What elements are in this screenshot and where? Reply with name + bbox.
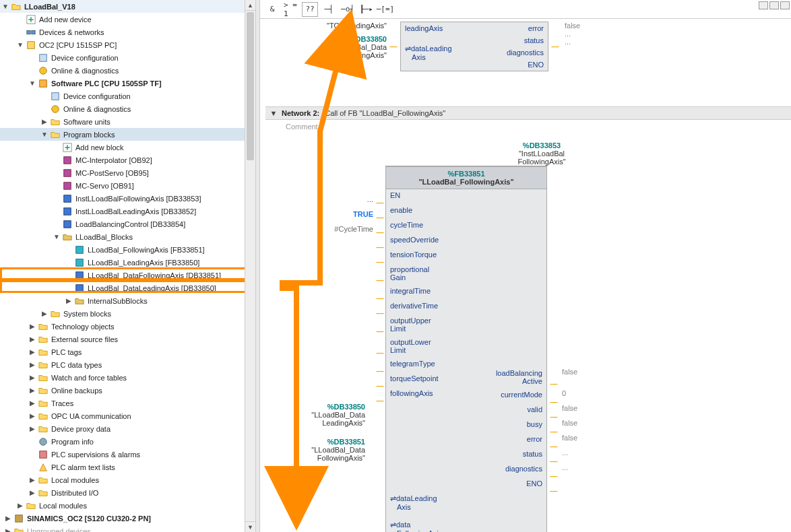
expand-icon[interactable]	[65, 259, 73, 267]
input-value[interactable]	[286, 240, 373, 255]
input-value[interactable]: #CycleTime	[286, 225, 373, 240]
tree-item[interactable]: ▼LLoadBal_Blocks	[0, 230, 255, 243]
tree-item[interactable]: MC-PostServo [OB95]	[0, 166, 255, 179]
port-proportional[interactable]: proportionalGain	[386, 263, 466, 285]
input-value[interactable]	[286, 378, 373, 393]
tree-item[interactable]: Devices & networks	[0, 26, 255, 38]
tree-item[interactable]: ▶InternalSubBlocks	[0, 294, 255, 307]
input-value[interactable]: TRUE	[286, 210, 373, 225]
tree-item[interactable]: ▶Device proxy data	[0, 422, 255, 435]
tb-gte1[interactable]: > = 1	[283, 2, 299, 17]
port-ENO[interactable]: ENO	[474, 59, 548, 71]
tree-item[interactable]: ▶System blocks	[0, 307, 255, 320]
tree-item[interactable]: ▶Technology objects	[0, 320, 255, 333]
tree-item[interactable]: Online & diagnostics	[0, 64, 255, 77]
port-outputLower[interactable]: outputLowerLimit	[386, 336, 466, 358]
tb-and[interactable]: &	[264, 2, 280, 17]
tree-item[interactable]: Device configuration	[0, 90, 255, 102]
tree-item[interactable]: Device configuration	[0, 51, 255, 64]
port-busy[interactable]: busy	[466, 418, 546, 433]
tree-scrollbar-thumb[interactable]	[247, 12, 254, 160]
fb-box-following-axis[interactable]: %FB33851 "LLoadBal_FollowingAxis" ENenab…	[385, 166, 547, 532]
expand-icon[interactable]: ▶	[28, 399, 36, 407]
tree-item[interactable]: PLC alarm text lists	[0, 461, 255, 473]
port-speedOverride[interactable]: speedOverride	[386, 234, 466, 248]
tb-coil[interactable]: ┠─▸	[358, 2, 375, 17]
expand-icon[interactable]	[28, 67, 36, 75]
tb-nc-contact[interactable]: ─o┤	[340, 2, 356, 17]
expand-icon[interactable]	[53, 220, 61, 228]
tree-item[interactable]: ▶Online backups	[0, 384, 255, 397]
expand-icon[interactable]: ▶	[28, 348, 36, 356]
input-value[interactable]	[286, 291, 373, 306]
expand-icon[interactable]: ▶	[40, 118, 49, 126]
tree-item[interactable]: LLoadBal_DataFollowingAxis [DB33851]	[0, 269, 255, 281]
expand-icon[interactable]	[40, 92, 49, 100]
expand-icon[interactable]: ▼	[16, 41, 24, 49]
input-value[interactable]: ...	[286, 195, 373, 210]
tree-item[interactable]: LLoadBal_LeadingAxis [FB33850]	[0, 256, 255, 269]
tree-item[interactable]: Add new block	[0, 141, 255, 154]
tree-item[interactable]: ▶External source files	[0, 333, 255, 345]
port-derivativeTime[interactable]: derivativeTime	[386, 300, 466, 314]
tree-item[interactable]: ▼Software PLC [CPU 1505SP TF]	[0, 77, 255, 90]
port-diagnostics[interactable]: diagnostics	[474, 46, 548, 59]
tree-item[interactable]: LLoadBal_FollowingAxis [FB33851]	[0, 243, 255, 256]
expand-icon[interactable]	[28, 451, 36, 459]
window-button[interactable]	[759, 1, 768, 9]
expand-icon[interactable]: ▶	[16, 502, 24, 510]
tree-item[interactable]: ▶Local modules	[0, 499, 255, 512]
port-status[interactable]: status	[474, 34, 548, 46]
expand-icon[interactable]	[53, 207, 61, 215]
port-dataFollowingAxis[interactable]: ⇌dataFollowingAxis	[386, 519, 466, 532]
network-collapse-icon[interactable]: ▼	[265, 109, 282, 117]
port-integralTime[interactable]: integralTime	[386, 285, 466, 300]
port-outputUpper[interactable]: outputUpperLimit	[386, 314, 466, 336]
port-cycleTime[interactable]: cycleTime	[386, 219, 466, 234]
port-error[interactable]: error	[474, 22, 548, 34]
tree-item[interactable]: ▶PLC data types	[0, 358, 255, 371]
tree-item[interactable]: ▶PLC tags	[0, 345, 255, 358]
expand-icon[interactable]: ▶	[4, 527, 12, 533]
input-value[interactable]	[286, 306, 373, 321]
tree-item[interactable]: ▶Local modules	[0, 473, 255, 486]
expand-icon[interactable]	[65, 284, 73, 292]
expand-icon[interactable]: ▶	[28, 323, 36, 331]
expand-icon[interactable]	[53, 195, 61, 203]
expand-icon[interactable]: ▶	[28, 412, 36, 420]
port-torqueSetpoint[interactable]: torqueSetpoint	[386, 372, 466, 387]
expand-icon[interactable]	[28, 438, 36, 446]
port-ENO[interactable]: ENO	[466, 477, 546, 492]
window-button[interactable]	[780, 1, 790, 9]
port-loadBalancing[interactable]: loadBalancingActive	[466, 367, 546, 389]
tree-item[interactable]: Add new device	[0, 13, 255, 26]
expand-icon[interactable]: ▶	[28, 425, 36, 433]
tb-no-contact[interactable]: ─┤	[321, 2, 337, 17]
tree-item[interactable]: InstLLoadBalLeadingAxis [DB33852]	[0, 205, 255, 218]
tree-item[interactable]: ▶Software units	[0, 115, 255, 128]
expand-icon[interactable]	[53, 169, 61, 177]
expand-icon[interactable]: ▶	[4, 514, 12, 523]
expand-icon[interactable]: ▶	[28, 335, 36, 343]
splitter[interactable]	[256, 0, 260, 532]
tree-item[interactable]: ▶OPC UA communication	[0, 409, 255, 422]
tree-item[interactable]: Program info	[0, 435, 255, 448]
port-followingAxis[interactable]: followingAxis	[386, 387, 466, 402]
port-diagnostics[interactable]: diagnostics	[466, 463, 546, 477]
tree-item[interactable]: ▶Watch and force tables	[0, 371, 255, 384]
port-dataLeadingAxis[interactable]: ⇌dataLeadingAxis	[401, 42, 474, 63]
expand-icon[interactable]: ▼	[53, 233, 61, 241]
expand-icon[interactable]: ▶	[28, 387, 36, 395]
tree-item[interactable]: ▶Ungrouped devices	[0, 525, 255, 532]
expand-icon[interactable]	[16, 28, 24, 36]
tree-item[interactable]: MC-Servo [OB91]	[0, 179, 255, 192]
expand-icon[interactable]: ▶	[28, 489, 36, 497]
input-value[interactable]	[286, 342, 373, 364]
expand-icon[interactable]: ▶	[65, 297, 73, 305]
expand-icon[interactable]	[65, 246, 73, 254]
port-status[interactable]: status	[466, 448, 546, 463]
expand-icon[interactable]: ▶	[40, 310, 49, 318]
tree-item[interactable]: ▶Distributed I/O	[0, 486, 255, 499]
network-2-header[interactable]: ▼ Network 2: Call of FB "LLoadBal_Follow…	[265, 106, 791, 120]
expand-icon[interactable]: ▼	[40, 131, 49, 139]
